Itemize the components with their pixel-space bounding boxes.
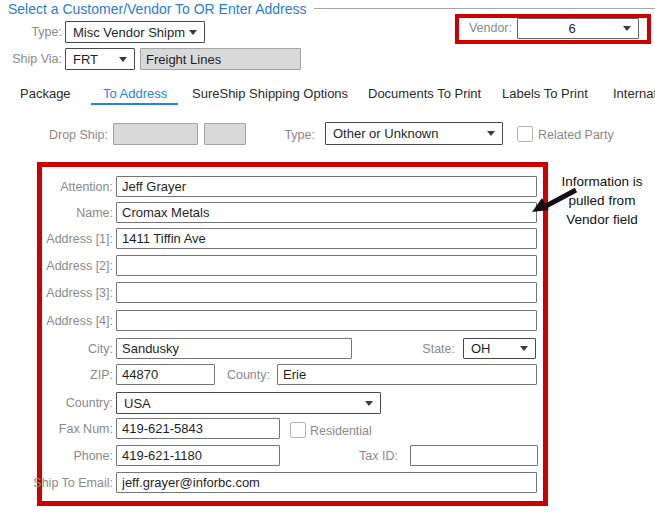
drop-ship-label: Drop Ship: xyxy=(10,128,108,142)
tab-labels-to-print[interactable]: Labels To Print xyxy=(502,86,588,101)
tab-to-address[interactable]: To Address xyxy=(103,86,167,101)
city-label: City: xyxy=(8,342,113,356)
address3-label: Address [3]: xyxy=(8,286,113,300)
address1-label: Address [1]: xyxy=(8,232,113,246)
state-dropdown[interactable]: OH xyxy=(463,338,536,359)
name-label: Name: xyxy=(8,206,113,220)
zip-input[interactable] xyxy=(116,364,215,385)
vendor-label: Vendor: xyxy=(466,21,512,35)
drop-ship-field-1 xyxy=(113,123,198,145)
related-party-label: Related Party xyxy=(538,128,618,142)
type-dropdown[interactable]: Misc Vendor Shipme xyxy=(65,21,205,43)
address-type-dropdown[interactable]: Other or Unknown xyxy=(325,122,503,145)
ship-via-label: Ship Via: xyxy=(10,52,62,66)
chevron-down-icon xyxy=(365,401,373,406)
zip-label: ZIP: xyxy=(8,368,113,382)
section-title: Select a Customer/Vendor To OR Enter Add… xyxy=(8,1,307,17)
address4-input[interactable] xyxy=(116,310,537,331)
address1-input[interactable] xyxy=(116,228,537,249)
chevron-down-icon xyxy=(119,57,127,62)
residential-checkbox[interactable] xyxy=(290,422,306,438)
attention-label: Attention: xyxy=(8,180,113,194)
ship-to-email-input[interactable] xyxy=(116,472,537,493)
country-label: Country: xyxy=(8,396,113,410)
city-input[interactable] xyxy=(116,338,352,359)
tab-package[interactable]: Package xyxy=(20,86,71,101)
type-label: Type: xyxy=(10,25,62,39)
country-dropdown[interactable]: USA xyxy=(116,392,381,414)
related-party-checkbox[interactable] xyxy=(517,126,533,142)
address4-label: Address [4]: xyxy=(8,314,113,328)
phone-label: Phone: xyxy=(8,449,113,463)
phone-input[interactable] xyxy=(116,445,280,466)
address2-label: Address [2]: xyxy=(8,259,113,273)
header-rule xyxy=(314,8,655,9)
tab-documents-to-print[interactable]: Documents To Print xyxy=(368,86,481,101)
residential-label: Residential xyxy=(310,424,400,438)
state-label: State: xyxy=(400,342,455,356)
fax-label: Fax Num: xyxy=(8,422,113,436)
chevron-down-icon xyxy=(189,30,197,35)
ship-via-dropdown-value: FRT xyxy=(73,52,115,67)
ship-via-dropdown[interactable]: FRT xyxy=(65,48,135,70)
active-tab-underline xyxy=(91,103,178,105)
country-dropdown-value: USA xyxy=(124,396,361,411)
chevron-down-icon xyxy=(487,131,495,136)
county-input[interactable] xyxy=(277,364,537,385)
vendor-dropdown-value: 6 xyxy=(525,21,619,36)
state-dropdown-value: OH xyxy=(471,341,516,356)
tab-international[interactable]: Internat xyxy=(613,86,655,101)
address-type-label: Type: xyxy=(265,128,315,142)
county-label: County: xyxy=(205,368,270,382)
taxid-input[interactable] xyxy=(410,445,538,466)
ship-to-address-form: Select a Customer/Vendor To OR Enter Add… xyxy=(0,0,655,517)
address3-input[interactable] xyxy=(116,282,537,303)
ship-via-description: Freight Lines xyxy=(146,52,221,67)
attention-input[interactable] xyxy=(116,176,537,197)
name-input[interactable] xyxy=(116,202,537,223)
annotation-arrow-icon xyxy=(531,185,579,215)
vendor-dropdown[interactable]: 6 xyxy=(517,18,639,39)
address-type-dropdown-value: Other or Unknown xyxy=(333,126,483,141)
chevron-down-icon xyxy=(623,26,631,31)
chevron-down-icon xyxy=(520,346,528,351)
type-dropdown-value: Misc Vendor Shipme xyxy=(73,25,185,40)
taxid-label: Tax ID: xyxy=(343,449,398,463)
ship-via-description-field: Freight Lines xyxy=(140,48,301,70)
tab-sureship-shipping-options[interactable]: SureShip Shipping Options xyxy=(192,86,348,101)
ship-to-email-label: Ship To Email: xyxy=(5,476,113,490)
drop-ship-field-2 xyxy=(204,123,246,145)
fax-input[interactable] xyxy=(116,418,280,439)
address2-input[interactable] xyxy=(116,255,537,276)
